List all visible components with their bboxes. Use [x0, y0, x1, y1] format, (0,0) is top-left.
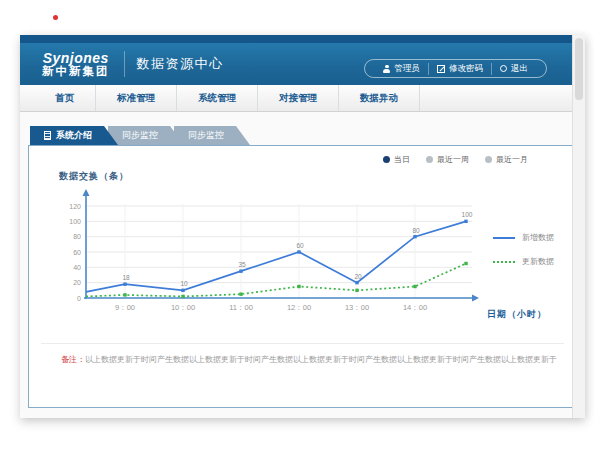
scrollbar-thumb[interactable] — [575, 38, 583, 100]
tab-system-intro-label: 系统介绍 — [56, 129, 92, 142]
edit-icon — [437, 65, 445, 73]
nav-item-interface-mgmt[interactable]: 对接管理 — [258, 85, 339, 111]
legend-line-sample — [493, 237, 515, 239]
logout-button[interactable]: 退出 — [491, 63, 536, 75]
nav-item-system-mgmt[interactable]: 系统管理 — [177, 85, 258, 111]
radio-dot — [383, 156, 390, 163]
main-nav: 首页 标准管理 系统管理 对接管理 数据异动 — [20, 85, 585, 112]
nav-item-data-change[interactable]: 数据异动 — [339, 85, 420, 111]
footnote-text: 以上数据更新于时间产生数据以上数据更新于时间产生数据以上数据更新于时间产生数据以… — [85, 355, 557, 364]
radio-last-month-label: 最近一月 — [496, 154, 528, 165]
svg-text:9：00: 9：00 — [115, 303, 135, 312]
legend-new-data-label: 新增数据 — [522, 232, 554, 243]
legend-updated-data-label: 更新数据 — [522, 256, 554, 267]
svg-text:11：00: 11：00 — [229, 303, 253, 312]
svg-text:40: 40 — [73, 264, 81, 271]
nav-item-home[interactable]: 首页 — [34, 85, 96, 111]
chart-legend: 新增数据 更新数据 — [493, 232, 554, 267]
svg-text:10: 10 — [180, 280, 188, 287]
time-range-group: 当日 最近一周 最近一月 — [383, 154, 528, 165]
change-password-button[interactable]: 修改密码 — [428, 63, 491, 75]
logo-text-cn: 新中新集团 — [42, 65, 110, 77]
radio-today[interactable]: 当日 — [383, 154, 410, 165]
y-axis-title: 数据交换（条） — [59, 170, 129, 183]
app-window: Synjones 新中新集团 数据资源中心 管理员 修改密码 退出 — [20, 35, 585, 418]
header-divider — [124, 51, 125, 77]
red-dot — [53, 15, 58, 20]
change-password-label: 修改密码 — [449, 63, 483, 75]
logo-text-en: Synjones — [42, 51, 110, 66]
power-icon — [500, 65, 507, 72]
legend-line-sample — [493, 261, 515, 263]
svg-text:0: 0 — [77, 295, 81, 302]
user-icon — [383, 65, 391, 73]
radio-dot — [485, 156, 492, 163]
svg-text:35: 35 — [238, 261, 246, 268]
line-chart: 0204060801001209：0010：0011：0012：0013：001… — [56, 186, 491, 326]
svg-text:20: 20 — [354, 273, 362, 280]
x-axis-title: 日期（小时） — [487, 308, 547, 321]
radio-today-label: 当日 — [394, 154, 410, 165]
svg-text:13：00: 13：00 — [345, 303, 369, 312]
svg-text:60: 60 — [73, 249, 81, 256]
radio-dot — [426, 156, 433, 163]
nav-item-standard-mgmt[interactable]: 标准管理 — [96, 85, 177, 111]
logo: Synjones 新中新集团 — [42, 51, 110, 78]
footnote-prefix: 备注： — [61, 355, 85, 364]
user-menu-admin-label: 管理员 — [395, 63, 421, 75]
panel-divider — [41, 343, 564, 344]
legend-item-new-data[interactable]: 新增数据 — [493, 232, 554, 243]
svg-text:18: 18 — [122, 274, 130, 281]
radio-last-month[interactable]: 最近一月 — [485, 154, 528, 165]
user-menu: 管理员 修改密码 退出 — [364, 59, 548, 78]
page: Synjones 新中新集团 数据资源中心 管理员 修改密码 退出 — [0, 0, 600, 450]
radio-last-week[interactable]: 最近一周 — [426, 154, 469, 165]
svg-text:14：00: 14：00 — [403, 303, 427, 312]
user-menu-admin[interactable]: 管理员 — [375, 63, 429, 75]
svg-text:10：00: 10：00 — [171, 303, 195, 312]
content-panel: 当日 最近一周 最近一月 数据交换（条） 0204060801001209：00… — [28, 145, 577, 408]
legend-item-updated-data[interactable]: 更新数据 — [493, 256, 554, 267]
svg-text:20: 20 — [73, 279, 81, 286]
svg-text:80: 80 — [73, 233, 81, 240]
svg-text:80: 80 — [412, 227, 420, 234]
footnote: 备注：以上数据更新于时间产生数据以上数据更新于时间产生数据以上数据更新于时间产生… — [61, 354, 566, 365]
document-icon — [44, 131, 51, 140]
svg-text:100: 100 — [69, 218, 81, 225]
svg-text:12：00: 12：00 — [287, 303, 311, 312]
header: Synjones 新中新集团 数据资源中心 管理员 修改密码 退出 — [20, 43, 585, 85]
scrollbar-track[interactable] — [572, 35, 585, 418]
tab-bar: 系统介绍 同步监控 同步监控 — [30, 126, 240, 145]
tab-sync-monitor-2[interactable]: 同步监控 — [174, 126, 250, 145]
radio-last-week-label: 最近一周 — [437, 154, 469, 165]
svg-text:100: 100 — [462, 211, 473, 218]
tab-sync-monitor-2-label: 同步监控 — [188, 129, 224, 142]
tab-system-intro[interactable]: 系统介绍 — [30, 126, 118, 145]
logout-label: 退出 — [511, 63, 528, 75]
page-title: 数据资源中心 — [137, 55, 224, 73]
svg-text:120: 120 — [69, 203, 81, 210]
window-top-strip — [20, 35, 585, 43]
svg-text:60: 60 — [296, 242, 304, 249]
tab-sync-monitor-1[interactable]: 同步监控 — [108, 126, 184, 145]
tab-sync-monitor-1-label: 同步监控 — [122, 129, 158, 142]
